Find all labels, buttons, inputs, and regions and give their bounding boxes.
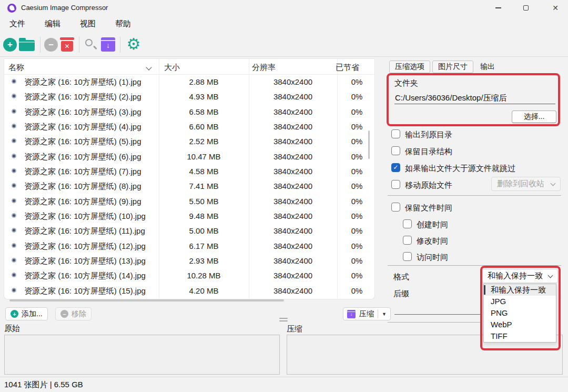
- checkbox-keep-structure[interactable]: [391, 146, 400, 155]
- file-resolution: 3840x2400: [249, 226, 337, 235]
- file-size: 6.17 MB: [159, 242, 249, 250]
- file-saved: 0%: [337, 226, 374, 235]
- table-row[interactable]: 资源之家 (16: 10方屏壁纸) (12).jpg6.17 MB3840x24…: [4, 239, 374, 254]
- compress-icon[interactable]: ↓: [101, 37, 115, 52]
- table-row[interactable]: 资源之家 (16: 10方屏壁纸) (7).jpg4.58 MB3840x240…: [4, 165, 374, 179]
- remove-button-label: 移除: [72, 309, 86, 319]
- format-option[interactable]: PNG: [484, 307, 556, 319]
- compress-box-icon: ↓: [347, 310, 356, 318]
- checkbox-access-time[interactable]: [403, 252, 412, 261]
- compress-menu-caret-icon[interactable]: ▼: [382, 311, 387, 317]
- column-header-saved[interactable]: 已节省: [336, 63, 359, 73]
- minus-circle-icon: –: [60, 310, 68, 318]
- file-size: 2.88 MB: [159, 77, 249, 86]
- format-select[interactable]: 和输入保持一致: [482, 269, 558, 283]
- file-size: 4.93 MB: [159, 92, 249, 101]
- horizontal-scrollbar[interactable]: [9, 299, 284, 301]
- tab-compression-options[interactable]: 压缩选项: [389, 61, 430, 73]
- statusbar-divider: [0, 377, 568, 377]
- statusbar-text: 1041 张图片 | 6.55 GB: [4, 380, 83, 390]
- table-row[interactable]: 资源之家 (16: 10方屏壁纸) (6).jpg10.47 MB3840x24…: [4, 150, 374, 165]
- maximize-button[interactable]: [518, 1, 534, 15]
- table-row[interactable]: 资源之家 (16: 10方屏壁纸) (4).jpg6.60 MB3840x240…: [4, 120, 374, 135]
- vertical-scrollbar[interactable]: [368, 130, 370, 159]
- file-saved: 0%: [337, 197, 374, 206]
- minimize-button[interactable]: [490, 1, 506, 15]
- close-button[interactable]: ✕: [547, 1, 564, 15]
- column-header-name[interactable]: 名称: [8, 63, 24, 73]
- tab-image-size[interactable]: 图片尺寸: [432, 61, 473, 73]
- table-row[interactable]: 资源之家 (16: 10方屏壁纸) (15).jpg4.20 MB3840x24…: [4, 284, 374, 298]
- menu-view[interactable]: 视图: [80, 19, 96, 31]
- table-row[interactable]: 资源之家 (16: 10方屏壁纸) (1).jpg2.88 MB3840x240…: [4, 75, 374, 90]
- table-row[interactable]: 资源之家 (16: 10方屏壁纸) (14).jpg10.28 MB3840x2…: [4, 269, 374, 284]
- checkbox-output-to-source[interactable]: [391, 129, 400, 138]
- file-resolution: 3840x2400: [249, 122, 337, 131]
- close-icon: ✕: [552, 4, 559, 12]
- checkbox-modification-time[interactable]: [403, 236, 412, 245]
- format-option[interactable]: WebP: [484, 319, 556, 330]
- file-size: 7.41 MB: [159, 182, 249, 190]
- column-header-size[interactable]: 大小: [164, 63, 180, 73]
- title-bar: Caesium Image Compressor ✕: [0, 0, 568, 16]
- table-row[interactable]: 资源之家 (16: 10方屏壁纸) (11).jpg5.00 MB3840x24…: [4, 224, 374, 239]
- down-arrow-icon: ↓: [101, 41, 115, 49]
- output-folder-input[interactable]: [394, 93, 555, 104]
- table-row[interactable]: 资源之家 (16: 10方屏壁纸) (9).jpg5.50 MB3840x240…: [4, 195, 374, 209]
- checkbox-skip-if-bigger[interactable]: ✓: [391, 163, 400, 172]
- suffix-input[interactable]: [394, 304, 480, 315]
- format-dropdown-list: 和输入保持一致JPGPNGWebPTIFF: [483, 284, 556, 343]
- tab-output[interactable]: 输出: [474, 61, 501, 73]
- file-name: 资源之家 (16: 10方屏壁纸) (11).jpg: [24, 226, 145, 236]
- remove-button[interactable]: – 移除: [55, 307, 92, 320]
- format-option[interactable]: TIFF: [484, 330, 556, 342]
- format-select-value: 和输入保持一致: [488, 271, 543, 281]
- column-header-resolution[interactable]: 分辨率: [252, 63, 276, 73]
- add-button[interactable]: + 添加...: [5, 307, 48, 320]
- file-resolution: 3840x2400: [249, 152, 337, 161]
- file-name: 资源之家 (16: 10方屏壁纸) (4).jpg: [24, 122, 141, 132]
- table-row[interactable]: 资源之家 (16: 10方屏壁纸) (13).jpg2.93 MB3840x24…: [4, 254, 374, 269]
- checkbox-keep-file-time[interactable]: [391, 203, 400, 212]
- table-row[interactable]: 资源之家 (16: 10方屏壁纸) (3).jpg6.58 MB3840x240…: [4, 105, 374, 120]
- chevron-down-icon: [551, 180, 556, 186]
- toolbar-separator: [120, 37, 120, 53]
- table-row[interactable]: 资源之家 (16: 10方屏壁纸) (10).jpg9.48 MB3840x24…: [4, 209, 374, 224]
- menu-file[interactable]: 文件: [9, 19, 25, 31]
- file-type-icon: [12, 198, 16, 203]
- label-skip-if-bigger: 如果输出文件大于源文件就跳过: [405, 164, 515, 174]
- panel-divider: [388, 322, 480, 323]
- format-option[interactable]: JPG: [484, 296, 556, 307]
- file-size: 9.48 MB: [159, 212, 249, 220]
- preview-icon[interactable]: [84, 38, 98, 52]
- move-mode-select[interactable]: 删除到回收站: [491, 177, 561, 191]
- add-images-icon[interactable]: +: [3, 38, 17, 52]
- choose-folder-button[interactable]: 选择...: [512, 110, 556, 123]
- remove-images-icon[interactable]: –: [44, 38, 58, 52]
- file-name: 资源之家 (16: 10方屏壁纸) (1).jpg: [24, 77, 141, 87]
- table-row[interactable]: 资源之家 (16: 10方屏壁纸) (2).jpg4.93 MB3840x240…: [4, 90, 374, 105]
- splitter-handle[interactable]: [279, 318, 288, 319]
- window-title: Caesium Image Compressor: [21, 4, 108, 12]
- menu-help[interactable]: 帮助: [115, 19, 131, 31]
- file-type-icon: [12, 288, 16, 293]
- file-size: 2.52 MB: [159, 137, 249, 146]
- menu-edit[interactable]: 编辑: [45, 19, 60, 31]
- file-resolution: 3840x2400: [249, 92, 337, 101]
- original-preview-label: 原始: [4, 324, 20, 334]
- settings-gear-icon[interactable]: ⚙: [125, 36, 142, 53]
- file-name: 资源之家 (16: 10方屏壁纸) (9).jpg: [24, 197, 141, 207]
- clear-list-icon[interactable]: ✕: [60, 37, 74, 52]
- table-row[interactable]: 资源之家 (16: 10方屏壁纸) (8).jpg7.41 MB3840x240…: [4, 179, 374, 194]
- checkbox-move-original[interactable]: [391, 180, 400, 189]
- format-label: 格式: [393, 272, 409, 282]
- splitter-handle[interactable]: [279, 320, 288, 321]
- checkbox-creation-time[interactable]: [403, 219, 412, 228]
- app-window: Caesium Image Compressor ✕ 文件 编辑 视图 帮助 +…: [0, 0, 568, 392]
- file-name: 资源之家 (16: 10方屏壁纸) (8).jpg: [24, 182, 141, 192]
- add-folder-icon[interactable]: [19, 40, 35, 51]
- format-option[interactable]: 和输入保持一致: [484, 284, 556, 296]
- move-mode-value: 删除到回收站: [497, 179, 544, 189]
- table-row[interactable]: 资源之家 (16: 10方屏壁纸) (5).jpg2.52 MB3840x240…: [4, 135, 374, 149]
- compress-button[interactable]: ↓ 压缩 ▼: [343, 307, 391, 320]
